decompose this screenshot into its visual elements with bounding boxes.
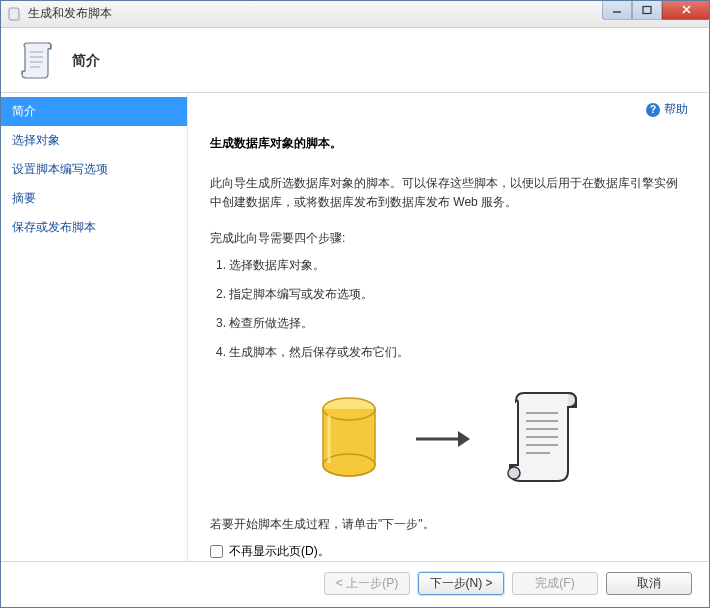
wizard-sidebar: 简介 选择对象 设置脚本编写选项 摘要 保存或发布脚本 [0, 93, 188, 561]
sidebar-item-intro[interactable]: 简介 [0, 97, 187, 126]
steps-intro: 完成此向导需要四个步骤: [210, 230, 688, 247]
wizard-header: 简介 [0, 28, 710, 93]
step-item: 2. 指定脚本编写或发布选项。 [216, 286, 688, 303]
script-scroll-icon [16, 40, 58, 82]
sidebar-item-save-publish[interactable]: 保存或发布脚本 [0, 213, 187, 242]
sidebar-item-summary[interactable]: 摘要 [0, 184, 187, 213]
step-item: 3. 检查所做选择。 [216, 315, 688, 332]
back-button: < 上一步(P) [324, 572, 410, 595]
steps-list: 1. 选择数据库对象。 2. 指定脚本编写或发布选项。 3. 检查所做选择。 4… [210, 257, 688, 361]
content-heading: 生成数据库对象的脚本。 [210, 135, 688, 152]
step-item: 1. 选择数据库对象。 [216, 257, 688, 274]
wizard-body: 简介 选择对象 设置脚本编写选项 摘要 保存或发布脚本 ? 帮助 生成数据库对象… [0, 93, 710, 561]
arrow-right-icon [414, 427, 472, 454]
content-paragraph: 此向导生成所选数据库对象的脚本。可以保存这些脚本，以便以后用于在数据库引擎实例中… [210, 174, 688, 212]
cancel-button[interactable]: 取消 [606, 572, 692, 595]
window-controls [602, 0, 710, 20]
finish-button: 完成(F) [512, 572, 598, 595]
close-button[interactable] [662, 0, 710, 20]
instruction-text: 若要开始脚本生成过程，请单击"下一步"。 [210, 516, 688, 533]
minimize-button[interactable] [602, 0, 632, 20]
window-title: 生成和发布脚本 [28, 5, 112, 22]
illustration [210, 389, 688, 492]
help-icon: ? [646, 103, 660, 117]
dont-show-checkbox[interactable] [210, 545, 223, 558]
wizard-content: ? 帮助 生成数据库对象的脚本。 此向导生成所选数据库对象的脚本。可以保存这些脚… [188, 93, 710, 561]
dont-show-label: 不再显示此页(D)。 [229, 543, 330, 560]
sidebar-item-script-options[interactable]: 设置脚本编写选项 [0, 155, 187, 184]
svg-rect-1 [643, 6, 651, 13]
svg-point-11 [508, 467, 520, 479]
script-scroll-large-icon [502, 389, 584, 492]
maximize-button[interactable] [632, 0, 662, 20]
help-label: 帮助 [664, 101, 688, 118]
sidebar-item-choose-objects[interactable]: 选择对象 [0, 126, 187, 155]
dont-show-row: 不再显示此页(D)。 [210, 543, 688, 560]
database-cylinder-icon [314, 395, 384, 486]
app-icon [6, 6, 22, 22]
step-item: 4. 生成脚本，然后保存或发布它们。 [216, 344, 688, 361]
help-link[interactable]: ? 帮助 [646, 101, 688, 118]
page-title: 简介 [72, 52, 100, 70]
wizard-footer: < 上一步(P) 下一步(N) > 完成(F) 取消 [0, 561, 710, 605]
title-bar: 生成和发布脚本 [0, 0, 710, 28]
next-button[interactable]: 下一步(N) > [418, 572, 504, 595]
